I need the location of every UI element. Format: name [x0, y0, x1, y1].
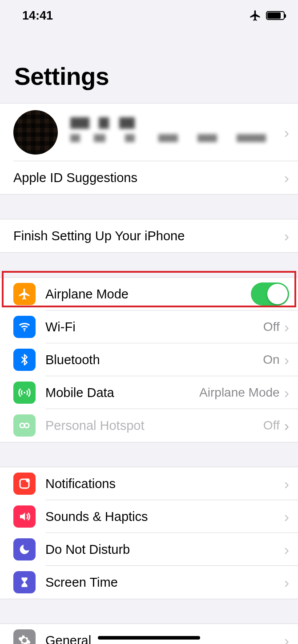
- apple-id-labels: [70, 117, 284, 147]
- bluetooth-icon: [13, 349, 36, 371]
- svg-point-1: [24, 392, 25, 394]
- chevron-right-icon: ›: [284, 124, 289, 141]
- gear-icon: [13, 629, 36, 644]
- home-indicator: [98, 636, 200, 640]
- chevron-right-icon: ›: [284, 475, 289, 493]
- finish-setup-group: Finish Setting Up Your iPhone ›: [0, 219, 298, 253]
- row-label: Airplane Mode: [45, 287, 251, 302]
- moon-icon: [13, 538, 36, 561]
- apple-id-group: › Apple ID Suggestions ›: [0, 103, 298, 195]
- chevron-right-icon: ›: [284, 632, 289, 644]
- apple-id-suggestions-row[interactable]: Apple ID Suggestions ›: [0, 161, 298, 194]
- row-label: Notifications: [45, 477, 284, 491]
- status-time: 14:41: [22, 9, 53, 23]
- hotspot-icon: [13, 414, 36, 437]
- apple-id-name-redacted: [70, 117, 199, 129]
- row-label: Finish Setting Up Your iPhone: [13, 229, 284, 243]
- notifications-row[interactable]: Notifications ›: [0, 467, 298, 500]
- hourglass-icon: [13, 571, 36, 593]
- row-detail: Airplane Mode: [199, 386, 280, 400]
- svg-point-5: [26, 478, 30, 482]
- chevron-right-icon: ›: [284, 508, 289, 525]
- wifi-row[interactable]: Wi-Fi Off ›: [0, 310, 298, 343]
- row-label: Screen Time: [45, 575, 284, 590]
- row-label: Do Not Disturb: [45, 542, 284, 557]
- row-detail: On: [263, 353, 279, 367]
- row-detail: Off: [263, 418, 280, 433]
- airplane-mode-row[interactable]: Airplane Mode: [0, 278, 298, 310]
- chevron-right-icon: ›: [284, 227, 289, 245]
- antenna-icon: [13, 382, 36, 404]
- row-label: Personal Hotspot: [45, 418, 263, 433]
- svg-point-0: [24, 330, 25, 331]
- row-label: Bluetooth: [45, 353, 263, 367]
- mobile-data-row[interactable]: Mobile Data Airplane Mode ›: [0, 376, 298, 409]
- status-bar: 14:41: [0, 0, 298, 31]
- page-title: Settings: [0, 31, 298, 103]
- row-detail: Off: [263, 320, 280, 334]
- general-group: General ›: [0, 624, 298, 644]
- svg-point-3: [24, 423, 29, 428]
- system-group: Notifications › Sounds & Haptics › Do No…: [0, 467, 298, 599]
- sounds-row[interactable]: Sounds & Haptics ›: [0, 500, 298, 533]
- chevron-right-icon: ›: [284, 417, 289, 434]
- airplane-icon: [13, 283, 36, 305]
- do-not-disturb-row[interactable]: Do Not Disturb ›: [0, 533, 298, 566]
- apple-id-row[interactable]: ›: [0, 103, 298, 161]
- chevron-right-icon: ›: [284, 169, 289, 187]
- screen-time-row[interactable]: Screen Time ›: [0, 566, 298, 599]
- chevron-right-icon: ›: [284, 318, 289, 336]
- battery-icon: [266, 11, 285, 20]
- apple-id-detail-redacted: [70, 134, 266, 142]
- wifi-icon: [13, 316, 36, 338]
- row-label: Apple ID Suggestions: [13, 171, 284, 185]
- chevron-right-icon: ›: [284, 384, 289, 402]
- row-label: Mobile Data: [45, 386, 199, 400]
- bluetooth-row[interactable]: Bluetooth On ›: [0, 343, 298, 376]
- row-label: Sounds & Haptics: [45, 509, 284, 524]
- avatar: [13, 110, 58, 155]
- chevron-right-icon: ›: [284, 574, 289, 591]
- row-label: Wi-Fi: [45, 320, 263, 334]
- chevron-right-icon: ›: [284, 351, 289, 369]
- finish-setup-row[interactable]: Finish Setting Up Your iPhone ›: [0, 219, 298, 252]
- notifications-icon: [13, 473, 36, 495]
- airplane-toggle[interactable]: [251, 282, 289, 306]
- airplane-status-icon: [249, 9, 262, 22]
- general-row[interactable]: General ›: [0, 624, 298, 644]
- network-group: Airplane Mode Wi-Fi Off › Bluetooth On ›…: [0, 277, 298, 442]
- personal-hotspot-row: Personal Hotspot Off ›: [0, 409, 298, 442]
- chevron-right-icon: ›: [284, 541, 289, 558]
- speaker-icon: [13, 505, 36, 528]
